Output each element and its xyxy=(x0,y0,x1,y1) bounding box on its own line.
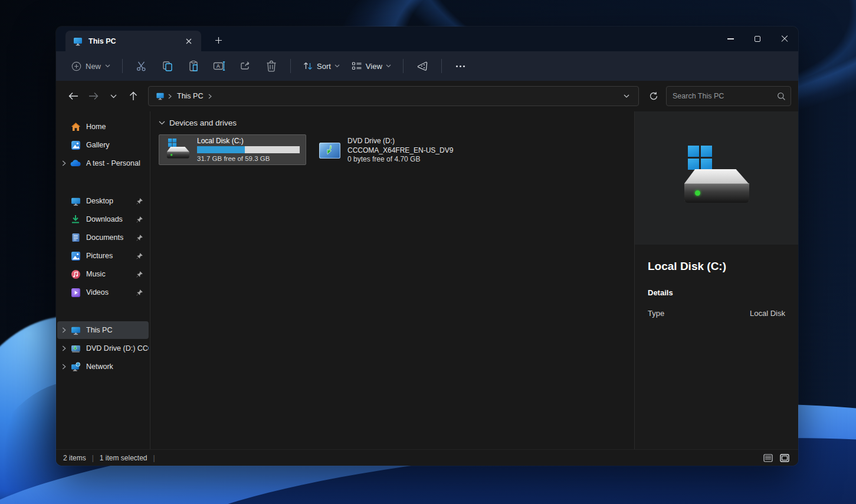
new-tab-button[interactable] xyxy=(208,31,228,49)
group-header-devices-and-drives[interactable]: Devices and drives xyxy=(159,118,634,127)
expand-chevron-icon[interactable] xyxy=(57,160,70,166)
pin-icon xyxy=(136,271,143,278)
svg-text:A: A xyxy=(217,63,220,69)
sidebar-item-desktop[interactable]: Desktop xyxy=(57,192,149,210)
sidebar-item-onedrive[interactable]: A test - Personal xyxy=(57,154,149,172)
large-thumbnails-view-button[interactable] xyxy=(778,452,791,463)
breadcrumb-chevron-icon xyxy=(168,94,172,99)
details-preview xyxy=(635,111,798,245)
delete-button[interactable] xyxy=(260,55,283,77)
file-explorer-window: This PC New A xyxy=(56,27,798,466)
details-pane: Local Disk (C:) Details Type Local Disk xyxy=(635,111,798,449)
share-icon xyxy=(240,60,251,72)
sidebar-item-network[interactable]: Network xyxy=(57,358,149,375)
view-label: View xyxy=(366,62,382,71)
pizza-button[interactable] xyxy=(411,55,434,77)
expand-chevron-icon[interactable] xyxy=(57,345,70,351)
search-input[interactable] xyxy=(673,92,777,100)
up-button[interactable] xyxy=(123,87,143,106)
rename-button[interactable]: A xyxy=(208,55,231,77)
documents-icon xyxy=(70,232,81,243)
refresh-icon xyxy=(649,91,658,101)
toolbar-separator xyxy=(403,59,404,73)
cut-icon xyxy=(136,60,147,72)
videos-icon xyxy=(70,287,81,298)
arrow-left-icon xyxy=(68,92,78,100)
close-icon xyxy=(781,35,788,42)
command-bar: New A Sort View xyxy=(56,51,798,81)
toolbar-separator xyxy=(290,59,291,73)
desktop-icon xyxy=(70,196,81,206)
view-button[interactable]: View xyxy=(347,58,396,74)
new-button-label: New xyxy=(86,62,101,71)
tab-close-icon[interactable] xyxy=(182,35,195,48)
cut-button[interactable] xyxy=(130,55,153,77)
close-button[interactable] xyxy=(771,27,798,51)
sidebar-item-videos[interactable]: Videos xyxy=(57,284,149,301)
sidebar-item-pictures[interactable]: Pictures xyxy=(57,247,149,265)
details-view-button[interactable] xyxy=(762,452,775,463)
thumbnails-view-icon xyxy=(780,454,789,462)
gallery-icon xyxy=(70,140,81,150)
copy-icon xyxy=(162,60,173,72)
address-bar[interactable]: This PC xyxy=(148,86,639,106)
minimize-button[interactable] xyxy=(717,27,744,51)
paste-button[interactable] xyxy=(182,55,205,77)
local-disk-icon xyxy=(163,139,192,161)
new-button[interactable]: New xyxy=(65,58,116,75)
pin-icon xyxy=(136,253,143,259)
breadcrumb-this-pc[interactable]: This PC xyxy=(177,92,203,100)
share-button[interactable] xyxy=(234,55,257,77)
sidebar-item-music[interactable]: Music xyxy=(57,265,149,283)
sidebar-item-dvd-drive[interactable]: DVD Drive (D:) CCC xyxy=(57,340,149,357)
collapse-chevron-icon xyxy=(159,121,165,125)
status-bar: 2 items | 1 item selected | xyxy=(56,449,798,466)
sidebar-item-gallery[interactable]: Gallery xyxy=(57,136,149,154)
drive-item-local-disk-c[interactable]: Local Disk (C:) 31.7 GB free of 59.3 GB xyxy=(159,134,306,165)
arrow-up-icon xyxy=(129,91,137,101)
file-list-pane[interactable]: Devices and drives Local Disk (C:) xyxy=(150,111,635,449)
chevron-down-icon xyxy=(624,94,629,98)
pictures-icon xyxy=(70,251,81,261)
drive-free-space: 31.7 GB free of 59.3 GB xyxy=(197,154,300,163)
local-disk-large-icon xyxy=(673,146,761,210)
drive-name: Local Disk (C:) xyxy=(197,137,300,146)
details-row-type: Type Local Disk xyxy=(648,309,785,318)
sidebar-item-downloads[interactable]: Downloads xyxy=(57,210,149,228)
drive-name-line1: DVD Drive (D:) xyxy=(347,137,453,146)
drive-item-dvd-d[interactable]: DVD Drive (D:) CCCOMA_X64FRE_EN-US_DV9 0… xyxy=(314,134,458,167)
expand-chevron-icon[interactable] xyxy=(57,327,70,333)
toolbar-separator xyxy=(122,59,123,73)
window-controls xyxy=(717,27,798,51)
maximize-button[interactable] xyxy=(744,27,771,51)
sort-arrows-icon xyxy=(303,61,313,71)
sort-button[interactable]: Sort xyxy=(298,58,345,74)
search-box[interactable] xyxy=(666,86,791,106)
downloads-icon xyxy=(70,214,81,225)
plus-circle-icon xyxy=(71,61,81,71)
item-count: 2 items xyxy=(63,454,86,462)
forward-button[interactable] xyxy=(83,87,103,106)
tab-this-pc[interactable]: This PC xyxy=(65,31,201,51)
home-icon xyxy=(70,121,81,132)
minimize-icon xyxy=(727,38,734,39)
expand-chevron-icon[interactable] xyxy=(57,364,70,370)
chevron-down-icon xyxy=(386,64,391,68)
ellipsis-icon xyxy=(456,65,465,67)
view-list-icon xyxy=(352,61,362,71)
refresh-button[interactable] xyxy=(644,87,664,106)
address-dropdown-button[interactable] xyxy=(618,88,635,104)
back-button[interactable] xyxy=(63,87,83,106)
recent-locations-button[interactable] xyxy=(103,87,123,106)
sidebar-item-home[interactable]: Home xyxy=(57,118,149,136)
copy-button[interactable] xyxy=(156,55,179,77)
sidebar-item-this-pc[interactable]: This PC xyxy=(57,321,149,339)
more-options-button[interactable] xyxy=(449,55,473,77)
drive-name-line2: CCCOMA_X64FRE_EN-US_DV9 xyxy=(347,146,453,156)
maximize-icon xyxy=(755,36,760,42)
onedrive-cloud-icon xyxy=(70,158,81,169)
sidebar-item-documents[interactable]: Documents xyxy=(57,229,149,246)
breadcrumb-chevron-icon xyxy=(208,94,212,99)
chevron-down-icon xyxy=(110,94,117,98)
dvd-drive-icon xyxy=(70,343,81,354)
